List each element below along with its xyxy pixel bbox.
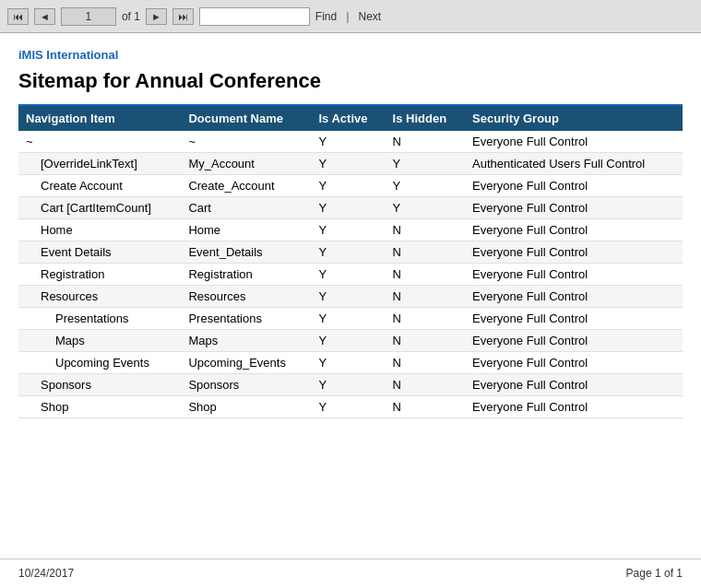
nav-item-cell: Shop (18, 396, 181, 418)
is-active-cell: Y (311, 241, 385, 264)
of-label: of 1 (122, 10, 140, 23)
last-page-button[interactable]: ⏭ (172, 8, 194, 25)
security-group-cell: Everyone Full Control (465, 308, 683, 330)
doc-name-cell: Cart (181, 197, 311, 219)
is-hidden-cell: Y (386, 197, 466, 219)
is-active-cell: Y (311, 374, 385, 396)
find-button[interactable]: Find (315, 10, 337, 23)
doc-name-cell: Resources (181, 286, 311, 308)
nav-item-cell: Event Details (18, 241, 181, 264)
report-area: iMIS International Sitemap for Annual Co… (0, 33, 701, 549)
table-row: HomeHomeYNEveryone Full Control (18, 219, 683, 241)
security-group-cell: Everyone Full Control (465, 131, 683, 153)
col-header-is-active: Is Active (311, 106, 385, 131)
security-group-cell: Everyone Full Control (465, 352, 683, 374)
col-header-security-group: Security Group (465, 106, 683, 131)
security-group-cell: Everyone Full Control (465, 264, 683, 286)
col-header-doc-name: Document Name (181, 106, 311, 131)
is-hidden-cell: N (386, 241, 466, 264)
nav-item-cell: ~ (18, 131, 181, 153)
doc-name-cell: Shop (181, 396, 311, 418)
doc-name-cell: Presentations (181, 308, 311, 330)
toolbar: ⏮ ◄ of 1 ► ⏭ Find | Next (0, 0, 701, 33)
is-active-cell: Y (311, 264, 385, 286)
is-active-cell: Y (311, 175, 385, 197)
nav-item-cell: [OverrideLinkText] (18, 153, 181, 175)
is-hidden-cell: N (386, 264, 466, 286)
security-group-cell: Everyone Full Control (465, 396, 683, 418)
is-hidden-cell: N (386, 308, 466, 330)
doc-name-cell: Sponsors (181, 374, 311, 396)
doc-name-cell: Event_Details (181, 241, 311, 264)
col-header-is-hidden: Is Hidden (386, 106, 466, 131)
table-row: SponsorsSponsorsYNEveryone Full Control (18, 374, 683, 396)
footer-page-info: Page 1 of 1 (626, 567, 683, 580)
doc-name-cell: Upcoming_Events (181, 352, 311, 374)
nav-item-cell: Cart [CartItemCount] (18, 197, 181, 219)
table-row: Upcoming EventsUpcoming_EventsYNEveryone… (18, 352, 683, 374)
is-hidden-cell: N (386, 330, 466, 352)
is-hidden-cell: N (386, 352, 466, 374)
footer-date: 10/24/2017 (18, 567, 74, 580)
table-row: Create AccountCreate_AccountYYEveryone F… (18, 175, 683, 197)
table-header-row: Navigation Item Document Name Is Active … (18, 106, 683, 131)
sitemap-table: Navigation Item Document Name Is Active … (18, 106, 683, 418)
next-page-button[interactable]: ► (146, 8, 167, 25)
first-page-button[interactable]: ⏮ (7, 8, 29, 25)
table-row: ResourcesResourcesYNEveryone Full Contro… (18, 286, 683, 308)
security-group-cell: Authenticated Users Full Control (465, 153, 683, 175)
is-active-cell: Y (311, 131, 385, 153)
is-hidden-cell: N (386, 374, 466, 396)
doc-name-cell: Registration (181, 264, 311, 286)
is-active-cell: Y (311, 330, 385, 352)
is-hidden-cell: N (386, 131, 466, 153)
security-group-cell: Everyone Full Control (465, 241, 683, 264)
is-active-cell: Y (311, 219, 385, 241)
page-number-input[interactable] (61, 7, 116, 26)
table-row: RegistrationRegistrationYNEveryone Full … (18, 264, 683, 286)
is-active-cell: Y (311, 286, 385, 308)
security-group-cell: Everyone Full Control (465, 374, 683, 396)
doc-name-cell: ~ (181, 131, 311, 153)
report-footer: 10/24/2017 Page 1 of 1 (0, 559, 701, 587)
table-row: ShopShopYNEveryone Full Control (18, 396, 683, 418)
is-hidden-cell: N (386, 396, 466, 418)
doc-name-cell: Home (181, 219, 311, 241)
report-title: Sitemap for Annual Conference (18, 69, 683, 93)
is-active-cell: Y (311, 197, 385, 219)
separator: | (346, 9, 349, 23)
table-row: MapsMapsYNEveryone Full Control (18, 330, 683, 352)
security-group-cell: Everyone Full Control (465, 175, 683, 197)
nav-item-cell: Presentations (18, 308, 181, 330)
find-input[interactable] (199, 7, 310, 26)
col-header-nav-item: Navigation Item (18, 106, 181, 131)
security-group-cell: Everyone Full Control (465, 219, 683, 241)
nav-item-cell: Registration (18, 264, 181, 286)
table-row: ~~YNEveryone Full Control (18, 131, 683, 153)
table-row: PresentationsPresentationsYNEveryone Ful… (18, 308, 683, 330)
security-group-cell: Everyone Full Control (465, 330, 683, 352)
is-active-cell: Y (311, 153, 385, 175)
is-active-cell: Y (311, 396, 385, 418)
table-row: Event DetailsEvent_DetailsYNEveryone Ful… (18, 241, 683, 264)
is-hidden-cell: Y (386, 153, 466, 175)
nav-item-cell: Create Account (18, 175, 181, 197)
table-row: [OverrideLinkText]My_AccountYYAuthentica… (18, 153, 683, 175)
table-row: Cart [CartItemCount]CartYYEveryone Full … (18, 197, 683, 219)
nav-item-cell: Home (18, 219, 181, 241)
is-hidden-cell: N (386, 286, 466, 308)
is-hidden-cell: N (386, 219, 466, 241)
doc-name-cell: Create_Account (181, 175, 311, 197)
security-group-cell: Everyone Full Control (465, 197, 683, 219)
prev-page-button[interactable]: ◄ (34, 8, 55, 25)
is-hidden-cell: Y (386, 175, 466, 197)
doc-name-cell: My_Account (181, 153, 311, 175)
is-active-cell: Y (311, 308, 385, 330)
nav-item-cell: Maps (18, 330, 181, 352)
is-active-cell: Y (311, 352, 385, 374)
company-name: iMIS International (18, 48, 683, 62)
doc-name-cell: Maps (181, 330, 311, 352)
next-find-button[interactable]: Next (359, 10, 382, 23)
security-group-cell: Everyone Full Control (465, 286, 683, 308)
table-body: ~~YNEveryone Full Control[OverrideLinkTe… (18, 131, 683, 418)
